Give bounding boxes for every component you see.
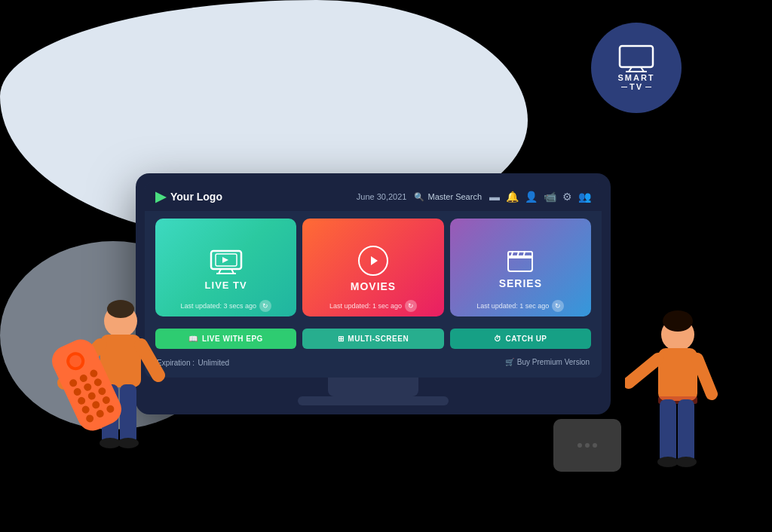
movies-title: MOVIES bbox=[351, 280, 396, 292]
settop-box-dots bbox=[577, 443, 597, 448]
play-icon: ▶ bbox=[155, 188, 166, 205]
dot-3 bbox=[593, 443, 597, 448]
smart-tv-text-smart: SMART bbox=[617, 73, 654, 82]
person-right bbox=[625, 307, 731, 503]
series-update: Last updated: 1 sec ago ↻ bbox=[450, 300, 591, 312]
svg-rect-45 bbox=[658, 348, 697, 401]
svg-rect-0 bbox=[620, 46, 653, 67]
user-plus-icon[interactable]: 👥 bbox=[578, 191, 591, 203]
footer-row: Expiration : Unlimited 🛒 Buy Premium Ver… bbox=[155, 355, 591, 368]
monitor-stand bbox=[328, 378, 418, 396]
series-title: SERIES bbox=[499, 277, 542, 289]
clock-icon: ⏱ bbox=[494, 335, 502, 343]
live-tv-icon bbox=[210, 248, 243, 275]
epg-icon: 📖 bbox=[188, 335, 198, 343]
content-grid: LIVE TV Last updated: 3 secs ago ↻ bbox=[155, 219, 591, 323]
svg-rect-49 bbox=[660, 399, 676, 463]
logo-text: Your Logo bbox=[170, 191, 222, 203]
svg-line-47 bbox=[697, 359, 712, 394]
multiscreen-button[interactable]: ⊞ MULTI-SCREEN bbox=[302, 329, 443, 349]
svg-line-20 bbox=[141, 345, 158, 375]
catchup-label: CATCH UP bbox=[506, 335, 547, 343]
live-tv-update: Last updated: 3 secs ago ↻ bbox=[155, 300, 296, 312]
smart-tv-text-tv: TV bbox=[630, 82, 643, 91]
svg-point-17 bbox=[107, 300, 134, 318]
bottom-buttons-row: 📖 LIVE WITH EPG ⊞ MULTI-SCREEN ⏱ CATCH U… bbox=[155, 329, 591, 349]
tv-header-right: June 30,2021 🔍 Master Search ▬ 🔔 👤 📹 ⚙ 👥 bbox=[357, 191, 591, 203]
svg-point-44 bbox=[663, 310, 693, 332]
settop-box bbox=[553, 419, 621, 472]
svg-rect-50 bbox=[678, 399, 694, 463]
svg-point-51 bbox=[657, 457, 679, 467]
tv-content: LIVE TV Last updated: 3 secs ago ↻ bbox=[145, 211, 602, 378]
cart-icon: 🛒 bbox=[505, 358, 514, 366]
movies-refresh[interactable]: ↻ bbox=[405, 300, 417, 312]
epg-label: LIVE WITH EPG bbox=[202, 335, 263, 343]
expiration-value: Unlimited bbox=[198, 359, 229, 367]
catchup-button[interactable]: ⏱ CATCH UP bbox=[450, 329, 591, 349]
monitor-base bbox=[298, 396, 449, 405]
smart-tv-badge: SMART TV bbox=[591, 23, 682, 113]
movies-update: Last updated: 1 sec ago ↻ bbox=[302, 300, 443, 312]
tv-icons: ▬ 🔔 👤 📹 ⚙ 👥 bbox=[489, 191, 591, 203]
series-icon bbox=[507, 249, 534, 273]
tv-logo: ▶ Your Logo bbox=[155, 188, 222, 205]
multiscreen-label: MULTI-SCREEN bbox=[348, 335, 409, 343]
monitor-wrapper: ▶ Your Logo June 30,2021 🔍 Master Search… bbox=[136, 173, 611, 414]
buy-premium-button[interactable]: 🛒 Buy Premium Version bbox=[505, 358, 590, 366]
svg-marker-10 bbox=[371, 256, 378, 265]
card-movies[interactable]: MOVIES Last updated: 1 sec ago ↻ bbox=[302, 219, 443, 316]
svg-point-52 bbox=[676, 457, 697, 467]
svg-marker-6 bbox=[222, 257, 228, 263]
svg-point-23 bbox=[100, 438, 121, 448]
card-series[interactable]: SERIES Last updated: 1 sec ago ↻ bbox=[450, 219, 591, 316]
dot-1 bbox=[577, 443, 582, 448]
epg-button[interactable]: 📖 LIVE WITH EPG bbox=[155, 329, 296, 349]
svg-line-46 bbox=[629, 359, 658, 383]
dot-2 bbox=[585, 443, 590, 448]
grid-icon: ⊞ bbox=[338, 335, 345, 343]
live-tv-title: LIVE TV bbox=[205, 280, 247, 291]
tv-badge-icon bbox=[617, 44, 656, 73]
search-icon: 🔍 bbox=[414, 192, 424, 202]
monitor: ▶ Your Logo June 30,2021 🔍 Master Search… bbox=[136, 173, 611, 414]
monitor-screen: ▶ Your Logo June 30,2021 🔍 Master Search… bbox=[145, 182, 602, 378]
movies-play-icon bbox=[358, 246, 388, 276]
live-tv-refresh[interactable]: ↻ bbox=[259, 300, 271, 312]
gear-icon[interactable]: ⚙ bbox=[562, 191, 572, 203]
search-label: Master Search bbox=[427, 192, 482, 201]
svg-point-24 bbox=[118, 438, 139, 448]
camera-icon[interactable]: 📹 bbox=[544, 191, 556, 203]
card-live-tv[interactable]: LIVE TV Last updated: 3 secs ago ↻ bbox=[155, 219, 296, 316]
tv-date: June 30,2021 bbox=[357, 192, 407, 201]
buy-premium-label: Buy Premium Version bbox=[517, 358, 590, 366]
bell-icon[interactable]: 🔔 bbox=[506, 191, 519, 203]
series-refresh[interactable]: ↻ bbox=[552, 300, 564, 312]
tv-header: ▶ Your Logo June 30,2021 🔍 Master Search… bbox=[145, 182, 602, 211]
user-icon[interactable]: 👤 bbox=[525, 191, 538, 203]
tv-search[interactable]: 🔍 Master Search bbox=[414, 192, 482, 202]
card-icon[interactable]: ▬ bbox=[489, 191, 500, 203]
